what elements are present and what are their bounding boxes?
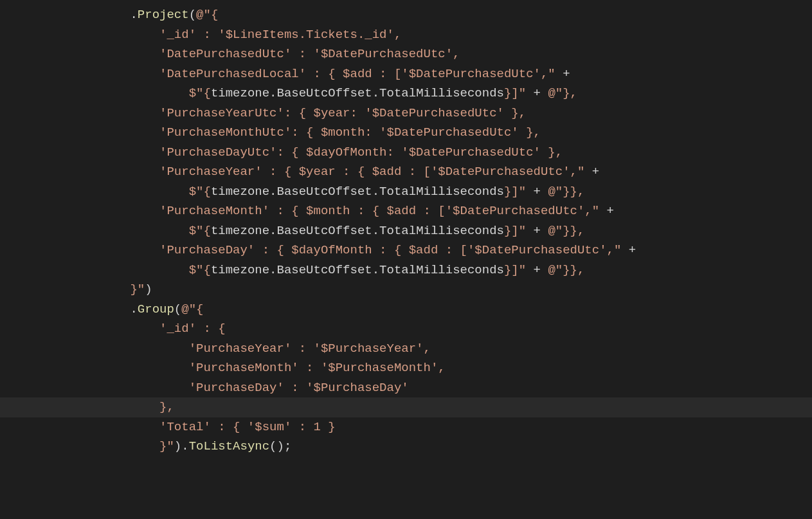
code-token: }]" [504,263,526,277]
code-line[interactable]: $"{timezone.BaseUtcOffset.TotalMilliseco… [0,84,812,104]
code-token: '_id' : { [159,322,226,336]
code-line[interactable]: $"{timezone.BaseUtcOffset.TotalMilliseco… [0,182,812,202]
code-line[interactable]: 'PurchaseMonth' : { $month : { $add : ['… [0,201,812,221]
code-token: 'Total' : { '$sum' : 1 } [159,420,336,434]
code-token: timezone.BaseUtcOffset.TotalMilliseconds [211,86,504,100]
code-line[interactable]: 'PurchaseDay' : { $dayOfMonth : { $add :… [0,241,812,260]
code-token: timezone.BaseUtcOffset.TotalMilliseconds [211,185,504,199]
code-token: 'PurchaseDay' : '$PurchaseDay' [189,381,409,395]
code-token: + [526,185,548,199]
code-token: }" [130,282,145,296]
code-token: }]" [504,185,526,199]
code-token: 'PurchaseYear' : '$PurchaseYear', [189,341,431,356]
code-token: Project [138,8,189,22]
code-token: @"{ [196,8,218,22]
code-token: + [621,243,643,257]
code-token: + [526,263,548,277]
code-line[interactable]: 'PurchaseMonth' : '$PurchaseMonth', [0,358,812,378]
code-token: ToListAsync [189,439,269,453]
code-token: + [526,224,548,238]
code-token: + [584,165,606,179]
code-token: 'PurchaseDayUtc': { $dayOfMonth: '$DateP… [159,145,563,159]
code-token: timezone.BaseUtcOffset.TotalMilliseconds [211,224,504,238]
code-token: '_id' : '$LineItems.Tickets._id', [159,28,401,42]
code-token: @"}}, [548,224,584,238]
code-token: . [130,8,137,22]
code-line[interactable]: }") [0,280,812,300]
code-token: + [555,67,577,81]
code-token: 'PurchaseMonth' : '$PurchaseMonth', [189,361,446,375]
code-line[interactable]: }").ToListAsync(); [0,437,812,457]
code-token: $"{ [189,263,211,277]
code-line[interactable]: 'Total' : { '$sum' : 1 } [0,417,812,437]
code-token: ) [145,282,152,296]
code-token: 'PurchaseMonthUtc': { $month: '$DatePurc… [159,125,541,140]
code-token: $"{ [189,86,211,100]
code-token: 'PurchaseDay' : { $dayOfMonth : { $add :… [159,243,621,257]
code-token: @"}}, [548,185,584,199]
code-token: + [599,204,621,218]
code-token: 'PurchaseYear' : { $year : { $add : ['$D… [159,165,584,179]
code-token: ). [174,439,189,453]
code-token: 'PurchaseMonth' : { $month : { $add : ['… [159,204,599,218]
code-line[interactable]: }, [0,397,812,417]
code-line[interactable]: 'PurchaseYear' : { $year : { $add : ['$D… [0,162,812,182]
code-token: ( [174,302,181,316]
code-line[interactable]: 'PurchaseYear' : '$PurchaseYear', [0,339,812,359]
code-line[interactable]: 'PurchaseMonthUtc': { $month: '$DatePurc… [0,123,812,143]
code-token: ( [189,8,196,22]
code-token: $"{ [189,185,211,199]
code-token: + [526,86,548,100]
code-token: }, [159,400,174,414]
code-token: }" [159,439,174,453]
code-line[interactable]: '_id' : '$LineItems.Tickets._id', [0,25,812,45]
code-token: $"{ [189,224,211,238]
code-token: 'DatePurchasedUtc' : '$DatePurchasedUtc'… [159,47,460,61]
code-token: (); [269,439,291,453]
code-line[interactable]: .Group(@"{ [0,300,812,320]
code-line[interactable]: .Project(@"{ [0,5,812,25]
code-line[interactable]: 'DatePurchasedUtc' : '$DatePurchasedUtc'… [0,44,812,64]
code-line[interactable]: 'PurchaseDayUtc': { $dayOfMonth: '$DateP… [0,143,812,163]
code-token: }]" [504,86,526,100]
code-line[interactable]: $"{timezone.BaseUtcOffset.TotalMilliseco… [0,260,812,280]
code-token: 'DatePurchasedLocal' : { $add : ['$DateP… [159,67,555,81]
code-line[interactable]: 'DatePurchasedLocal' : { $add : ['$DateP… [0,64,812,84]
code-token: @"{ [181,302,203,316]
code-token: @"}, [548,86,577,100]
code-token: timezone.BaseUtcOffset.TotalMilliseconds [211,263,504,277]
code-line[interactable]: 'PurchaseDay' : '$PurchaseDay' [0,378,812,398]
code-token: @"}}, [548,263,584,277]
code-token: . [130,302,137,316]
code-line[interactable]: 'PurchaseYearUtc': { $year: '$DatePurcha… [0,104,812,123]
code-line[interactable]: '_id' : { [0,319,812,339]
code-token: 'PurchaseYearUtc': { $year: '$DatePurcha… [159,106,526,120]
code-token: }]" [504,224,526,238]
code-line[interactable]: $"{timezone.BaseUtcOffset.TotalMilliseco… [0,221,812,241]
code-token: Group [138,302,174,316]
code-editor[interactable]: .Project(@"{ '_id' : '$LineItems.Tickets… [0,0,812,457]
